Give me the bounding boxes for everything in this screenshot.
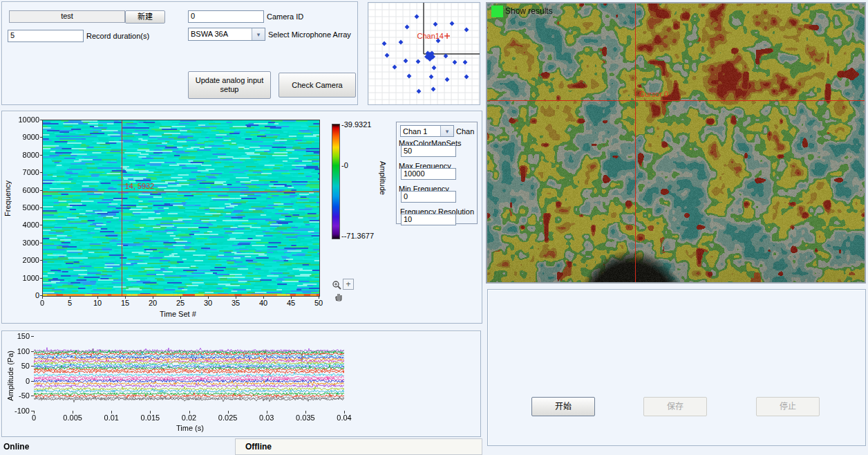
axis-tick-mark [40,155,43,156]
spectro-y-tick-label: 7000 [12,168,39,176]
spectro-x-tick-label: 10 [91,299,104,307]
mic-array-value: BSWA 36A [189,28,252,40]
wave-x-tick-label: 0.015 [138,414,162,422]
wave-y-tick-label: 150 [8,332,30,340]
colorbar-axis-label: Amplitude [378,161,387,195]
crosshair-tool-icon[interactable]: + [343,279,354,290]
wave-x-tick-label: 0.02 [177,414,202,422]
axis-tick-mark [111,411,112,414]
update-analog-input-button[interactable]: Update analog input setup [188,71,271,99]
wave-y-tick-label: -50 [8,391,30,400]
amplitude-colorbar [332,124,340,239]
wave-y-tick-label: 50 [8,362,30,370]
chevron-down-icon[interactable]: ▾ [252,28,265,40]
axis-tick-mark [228,411,229,414]
spectro-y-tick-label: 8000 [12,151,39,159]
record-duration-input[interactable]: 5 [8,30,84,42]
svg-text:Chan14: Chan14 [417,32,444,40]
spectrogram-plot-area[interactable]: 14, 5932 [42,120,320,297]
axis-tick-mark [31,366,34,366]
spectrogram-panel: Frequency 14, 5932 010002000300040005000… [1,111,482,324]
spectrogram-cursor-hline[interactable] [43,192,319,192]
spectro-y-tick-label: 4000 [12,221,39,229]
camera-id-input[interactable]: 0 [188,10,264,23]
frequency-resolution-input[interactable]: 10 [401,214,456,225]
start-button[interactable]: 开始 [531,397,595,416]
mic-array-scatter-plot[interactable]: Chan14 [368,3,480,104]
pan-hand-tool-icon[interactable] [333,291,344,302]
axis-tick-mark [125,296,126,299]
chevron-down-icon[interactable]: ▾ [440,126,453,136]
wave-x-tick-label: 0.04 [332,414,357,422]
axis-tick-mark [97,296,98,299]
axis-tick-mark [40,190,43,191]
mic-array-plot-panel: Chan14 [368,2,480,105]
min-frequency-input[interactable]: 0 [401,191,456,203]
axis-tick-mark [70,296,70,299]
spectrogram-cursor-vline[interactable] [122,120,122,296]
axis-tick-mark [267,411,267,414]
colorbar-zero-label: -0 [341,161,348,169]
axis-tick-mark [31,351,34,352]
offline-status-label: Offline [245,443,272,452]
axis-tick-mark [34,411,35,414]
waveform-plot-area[interactable] [34,336,344,411]
project-name-field[interactable]: test [9,10,125,23]
check-camera-button[interactable]: Check Camera [279,73,356,98]
colorbar-min-label: --71.3677 [341,232,374,240]
spectro-x-tick-label: 30 [201,299,215,307]
app-window: test 新建 0 Camera ID 5 Record duration(s)… [0,0,868,455]
camera-view-panel: Cursor 0 Show results [486,2,866,284]
mic-array-select[interactable]: BSWA 36A ▾ [188,28,265,41]
wave-x-tick-label: 0.035 [293,414,318,422]
spectro-x-tick-label: 50 [312,299,326,307]
spectro-y-tick-label: 3000 [12,239,39,247]
mic-array-label: Select Microphone Array [268,30,351,39]
spectro-x-tick-label: 20 [146,299,160,307]
spectro-x-tick-label: 40 [256,299,270,307]
acoustic-camera-image[interactable] [487,3,865,282]
offline-status-box: Offline [235,438,482,455]
max-frequency-input[interactable]: 10000 [401,168,456,180]
save-button[interactable]: 保存 [643,397,707,416]
new-project-button[interactable]: 新建 [125,10,165,24]
axis-tick-mark [319,296,319,299]
axis-tick-mark [40,243,43,243]
wave-x-tick-label: 0.005 [60,414,85,422]
wave-x-tick-label: 0 [21,414,46,422]
camera-cursor-label: Cursor 0 [639,90,668,98]
axis-tick-mark [40,137,43,138]
spectro-y-tick-label: 5000 [12,203,39,212]
spectro-y-tick-label: 6000 [12,186,39,194]
axis-tick-mark [344,411,345,414]
show-results-checkbox[interactable] [491,6,503,17]
zoom-tool-icon[interactable] [331,279,342,290]
spectro-y-tick-label: 10000 [12,115,39,124]
axis-tick-mark [208,296,209,299]
waveform-panel: Amplitude (Pa) 150100500-50-100 00.0050.… [1,331,481,437]
chan-select[interactable]: Chan 1 ▾ [400,125,454,137]
wave-x-tick-label: 0.025 [216,414,240,422]
spectro-y-tick-label: 1000 [12,274,39,282]
wave-y-tick-label: 100 [8,347,30,355]
axis-tick-mark [189,411,190,414]
online-status-label: Online [3,443,29,452]
axis-tick-mark [40,278,43,279]
waveform-x-axis-label: Time (s) [176,424,204,433]
axis-tick-mark [180,296,181,299]
spectrogram-x-axis-label: Time Set # [160,310,196,319]
wave-x-tick-label: 0.03 [254,414,279,422]
axis-tick-mark [40,120,43,120]
stop-button[interactable]: 停止 [756,397,820,416]
spectro-x-tick-label: 0 [35,299,49,307]
axis-tick-mark [263,296,264,299]
spectro-x-tick-label: 5 [63,299,77,307]
chan-label: Chan [456,127,474,136]
spectrogram-cursor-label: 14, 5932 [124,182,154,190]
camera-cursor-hline[interactable] [487,100,865,101]
record-duration-label: Record duration(s) [86,32,149,41]
axis-tick-mark [291,296,292,299]
maxcolormapsets-input[interactable]: 50 [401,145,456,157]
spectrogram-heatmap [43,120,319,296]
camera-cursor-vline[interactable] [635,3,636,282]
